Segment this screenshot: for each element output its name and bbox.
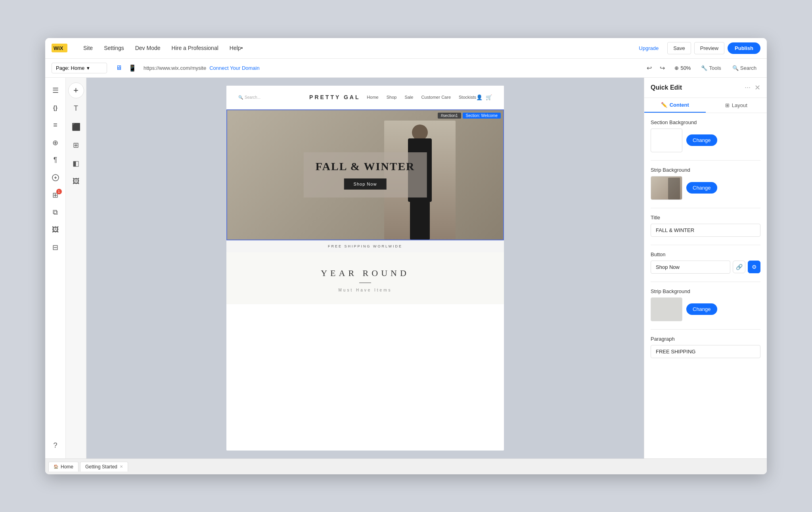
button-section: Button 🔗 ⚙ xyxy=(651,251,760,274)
strip-background-2-change-button[interactable]: Change xyxy=(686,303,717,315)
divider-3 xyxy=(651,245,760,245)
paragraph-input[interactable] xyxy=(651,345,760,358)
hero-shop-now-button[interactable]: Shop Now xyxy=(344,178,387,190)
app-window: WiX Site Settings Dev Mode Hire a Profes… xyxy=(45,38,767,474)
search-placeholder: Search... xyxy=(245,95,260,100)
tool-panel: + T ⬛ ⊞ ◧ 🖼 xyxy=(66,78,86,458)
home-tab-label: Home xyxy=(61,464,73,470)
mobile-icon[interactable]: 📱 xyxy=(126,63,139,73)
page-selector[interactable]: Page: Home ▾ xyxy=(52,63,107,73)
ai-icon[interactable] xyxy=(48,170,63,186)
top-bar-actions: Upgrade Save Preview Publish xyxy=(633,42,760,54)
left-sidebar: ☰ {} ≡ ⊕ ¶ ⊞ 1 ⧉ 🖼 ⊟ ? xyxy=(45,78,66,458)
table-icon[interactable]: ⊟ xyxy=(48,240,63,255)
button-input[interactable] xyxy=(651,261,730,274)
widget-tool-button[interactable]: ◧ xyxy=(68,155,84,171)
section-background-change-button[interactable]: Change xyxy=(686,134,717,146)
quick-edit-body: Section Background Change Strip Backgrou… xyxy=(644,113,767,458)
section-background-row: Change xyxy=(651,128,760,152)
nav-hire[interactable]: Hire a Professional xyxy=(167,42,223,54)
section-id-tag: #section1 xyxy=(438,113,461,119)
divider-5 xyxy=(651,329,760,330)
zoom-level[interactable]: ⊕ 50% xyxy=(671,63,694,73)
year-round-title: YEAR ROUND xyxy=(234,268,496,278)
nav-site[interactable]: Site xyxy=(79,42,98,54)
strip-background-2-label: Strip Background xyxy=(651,288,760,294)
tools-button[interactable]: 🔧 Tools xyxy=(697,63,725,73)
getting-started-tab-label: Getting Started xyxy=(85,464,117,470)
text-sidebar-icon[interactable]: ¶ xyxy=(48,152,63,168)
chevron-down-icon: ▾ xyxy=(87,65,90,71)
site-search: 🔍 Search... xyxy=(238,95,303,100)
preview-button[interactable]: Preview xyxy=(694,42,724,54)
nav-help[interactable]: Help• xyxy=(225,42,248,54)
nav-sale: Sale xyxy=(404,95,413,100)
figure-skirt xyxy=(410,200,430,240)
pages-icon[interactable]: ☰ xyxy=(48,82,63,98)
site-nav-icons: 👤 🛒 xyxy=(476,94,492,100)
top-nav: Site Settings Dev Mode Hire a Profession… xyxy=(79,42,248,54)
layout-tool-button[interactable]: ⊞ xyxy=(68,137,84,153)
undo-button[interactable]: ↩ xyxy=(643,63,655,73)
strip-preview-figure xyxy=(668,178,680,199)
site-header: 🔍 Search... PRETTY GAL Home Shop Sale Cu… xyxy=(226,86,504,109)
site-logo: PRETTY GAL xyxy=(303,94,367,100)
nav-dev-mode[interactable]: Dev Mode xyxy=(130,42,165,54)
tools-icon: 🔧 xyxy=(701,65,707,71)
puzzle-icon[interactable]: ⧉ xyxy=(48,205,63,221)
publish-button[interactable]: Publish xyxy=(728,42,760,54)
settings-icon-button[interactable]: ⚙ xyxy=(748,261,760,273)
close-tab-icon[interactable]: ✕ xyxy=(120,464,123,469)
wix-logo: WiX xyxy=(52,44,67,52)
strip-background-change-button[interactable]: Change xyxy=(686,182,717,194)
more-options-button[interactable]: ··· xyxy=(745,83,751,92)
content-tab-label: Content xyxy=(670,102,689,108)
link-icon-button[interactable]: 🔗 xyxy=(733,261,745,273)
home-tab-icon: 🏠 xyxy=(54,464,58,469)
strip-background-2-row: Change xyxy=(651,297,760,321)
add-element-button[interactable]: + xyxy=(68,82,84,98)
help-sidebar-icon[interactable]: ? xyxy=(48,438,63,454)
layers-icon[interactable]: ≡ xyxy=(48,117,63,133)
save-button[interactable]: Save xyxy=(667,42,691,54)
strip-background-label: Strip Background xyxy=(651,167,760,173)
upgrade-button[interactable]: Upgrade xyxy=(633,42,664,54)
year-round-divider xyxy=(359,282,371,283)
tab-layout[interactable]: ⊞ Layout xyxy=(706,98,767,113)
svg-text:WiX: WiX xyxy=(54,45,63,51)
media-icon[interactable]: 🖼 xyxy=(48,222,63,238)
paragraph-label: Paragraph xyxy=(651,336,760,342)
page-name: Page: Home xyxy=(56,65,84,71)
quick-edit-panel: Quick Edit ··· ✕ ✏️ Content ⊞ Layout xyxy=(644,78,767,458)
hero-title: FALL & WINTER xyxy=(316,160,415,173)
desktop-icon[interactable]: 🖥 xyxy=(113,63,124,73)
media-tool-button[interactable]: 🖼 xyxy=(68,174,84,190)
design-icon[interactable]: {} xyxy=(48,100,63,116)
section-background-label: Section Background xyxy=(651,119,760,125)
title-input[interactable] xyxy=(651,224,760,237)
top-bar: WiX Site Settings Dev Mode Hire a Profes… xyxy=(45,38,767,59)
close-button[interactable]: ✕ xyxy=(755,83,760,92)
redo-button[interactable]: ↪ xyxy=(657,63,668,73)
undo-redo: ↩ ↪ xyxy=(643,63,668,73)
cart-icon: 🛒 xyxy=(486,94,492,100)
tab-getting-started[interactable]: Getting Started ✕ xyxy=(80,462,128,472)
grid-icon[interactable]: ⊞ 1 xyxy=(48,187,63,203)
text-tool-button[interactable]: T xyxy=(68,101,84,117)
zoom-sidebar-icon[interactable]: ⊕ xyxy=(48,135,63,151)
divider-4 xyxy=(651,282,760,282)
tab-home[interactable]: 🏠 Home xyxy=(48,462,79,472)
connect-domain-link[interactable]: Connect Your Domain xyxy=(209,65,259,71)
image-tool-button[interactable]: ⬛ xyxy=(68,119,84,135)
hero-section[interactable]: FALL & WINTER Shop Now #section1 Section… xyxy=(226,109,504,240)
second-bar: Page: Home ▾ 🖥 📱 https://www.wix.com/mys… xyxy=(45,59,767,78)
section-background-preview xyxy=(651,128,682,152)
zoom-icon: ⊕ xyxy=(674,65,679,71)
quick-edit-tabs: ✏️ Content ⊞ Layout xyxy=(644,98,767,113)
shipping-text: FREE SHIPPING WORLWIDE xyxy=(328,244,402,248)
search-icon: 🔍 xyxy=(732,65,739,71)
search-button[interactable]: 🔍 Search xyxy=(728,63,760,73)
tab-content[interactable]: ✏️ Content xyxy=(644,98,706,113)
nav-settings[interactable]: Settings xyxy=(99,42,129,54)
notification-badge: 1 xyxy=(56,189,62,194)
